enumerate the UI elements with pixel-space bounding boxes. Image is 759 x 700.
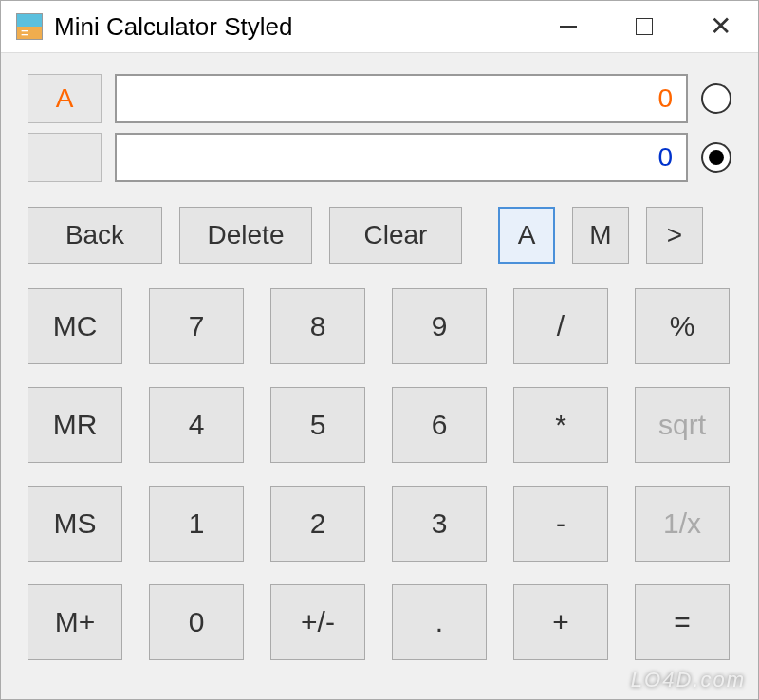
- watermark: LO4D.com: [631, 668, 746, 692]
- content-area: A Back Delete Clear A M > MC 7 8 9 / %: [1, 53, 758, 681]
- digit-3-button[interactable]: 3: [392, 486, 487, 562]
- calculator-window: Mini Calculator Styled ✕ A: [0, 0, 759, 700]
- mode-a-button[interactable]: A: [498, 207, 555, 264]
- gt-button[interactable]: >: [646, 207, 703, 264]
- app-icon: [16, 13, 43, 40]
- decimal-button[interactable]: .: [392, 584, 487, 660]
- sqrt-button[interactable]: sqrt: [635, 387, 730, 463]
- digit-8-button[interactable]: 8: [270, 288, 365, 364]
- mplus-button[interactable]: M+: [28, 584, 122, 660]
- minus-button[interactable]: -: [513, 486, 608, 562]
- maximize-icon: [636, 18, 653, 35]
- delete-button[interactable]: Delete: [179, 207, 312, 264]
- mr-button[interactable]: MR: [28, 387, 122, 463]
- plusminus-button[interactable]: +/-: [270, 584, 365, 660]
- reciprocal-button[interactable]: 1/x: [635, 486, 730, 562]
- window-controls: ✕: [530, 1, 758, 52]
- display-input-b[interactable]: [115, 133, 688, 182]
- minimize-icon: [560, 26, 577, 28]
- radio-a[interactable]: [701, 83, 731, 114]
- display-row-a: A: [28, 74, 731, 123]
- display-label-a: A: [28, 74, 102, 123]
- digit-9-button[interactable]: 9: [392, 288, 487, 364]
- digit-1-button[interactable]: 1: [149, 486, 244, 562]
- divide-button[interactable]: /: [513, 288, 608, 364]
- digit-2-button[interactable]: 2: [270, 486, 365, 562]
- digit-4-button[interactable]: 4: [149, 387, 244, 463]
- ms-button[interactable]: MS: [28, 486, 122, 562]
- action-row: Back Delete Clear A M >: [28, 207, 731, 264]
- maximize-button[interactable]: [606, 1, 682, 52]
- minimize-button[interactable]: [530, 1, 606, 52]
- display-input-a[interactable]: [115, 74, 688, 123]
- close-icon: ✕: [710, 13, 731, 40]
- keypad: MC 7 8 9 / % MR 4 5 6 * sqrt MS 1 2 3 - …: [28, 288, 731, 660]
- display-row-b: [28, 133, 731, 182]
- window-title: Mini Calculator Styled: [54, 12, 530, 42]
- digit-7-button[interactable]: 7: [149, 288, 244, 364]
- back-button[interactable]: Back: [28, 207, 162, 264]
- digit-5-button[interactable]: 5: [270, 387, 365, 463]
- mode-m-button[interactable]: M: [572, 207, 629, 264]
- display-label-b: [28, 133, 102, 182]
- equals-button[interactable]: =: [635, 584, 730, 660]
- radio-b[interactable]: [701, 142, 731, 173]
- close-button[interactable]: ✕: [682, 1, 758, 52]
- titlebar: Mini Calculator Styled ✕: [1, 1, 758, 53]
- digit-0-button[interactable]: 0: [149, 584, 244, 660]
- percent-button[interactable]: %: [635, 288, 730, 364]
- mc-button[interactable]: MC: [28, 288, 122, 364]
- clear-button[interactable]: Clear: [329, 207, 462, 264]
- digit-6-button[interactable]: 6: [392, 387, 487, 463]
- multiply-button[interactable]: *: [513, 387, 608, 463]
- plus-button[interactable]: +: [513, 584, 608, 660]
